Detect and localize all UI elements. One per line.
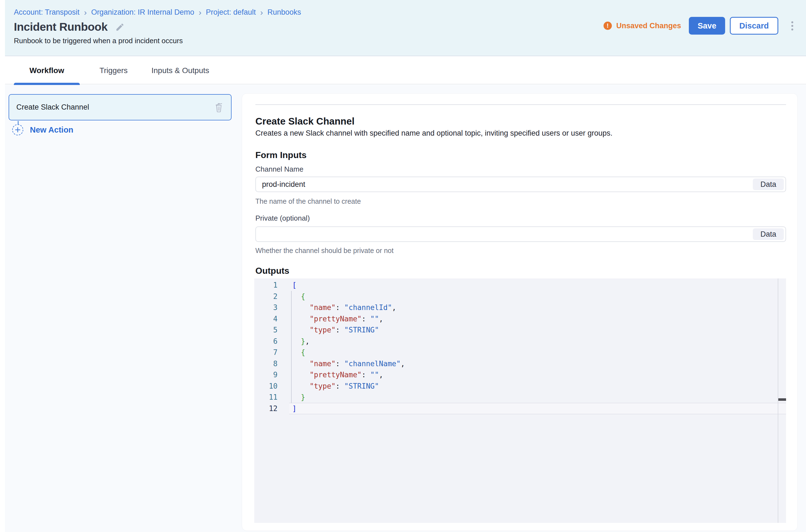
code-token: }: [301, 337, 305, 345]
workflow-step-label: Create Slack Channel: [16, 103, 210, 112]
code-token: "": [370, 370, 379, 379]
code-token: [292, 315, 310, 323]
code-token: "type": [310, 382, 336, 390]
code-line: 7 {: [254, 347, 786, 358]
tab-workflow[interactable]: Workflow: [14, 57, 80, 84]
code-line: 9 "prettyName": "",: [254, 369, 786, 381]
code-editor-lines: 1[2 {3 "name": "channelId",4 "prettyName…: [254, 280, 786, 414]
outputs-heading: Outputs: [255, 266, 290, 276]
tab-triggers[interactable]: Triggers: [89, 57, 139, 84]
code-line: 10 "type": "STRING": [254, 381, 786, 392]
outputs-code-editor[interactable]: 1[2 {3 "name": "channelId",4 "prettyName…: [254, 279, 786, 523]
code-token: :: [336, 326, 344, 334]
code-text: "type": "STRING": [277, 324, 379, 336]
tab-bar: Workflow Triggers Inputs & Outputs: [0, 57, 806, 84]
code-token: [292, 326, 310, 334]
window-left-gutter: [0, 0, 5, 532]
code-token: "STRING": [344, 326, 379, 334]
code-token: ,: [305, 337, 310, 345]
channel-name-data-button[interactable]: Data: [753, 178, 784, 190]
code-token: ,: [401, 360, 405, 368]
code-token: "name": [310, 303, 336, 312]
code-text: "prettyName": "",: [277, 314, 383, 325]
code-text: [: [277, 280, 297, 291]
code-token: "name": [310, 360, 336, 368]
page-title: Incident Runbook: [14, 20, 108, 34]
chevron-right-icon: ›: [259, 8, 263, 16]
private-input-wrap: Data: [255, 226, 786, 242]
plus-icon: [12, 124, 23, 135]
code-token: :: [362, 370, 370, 379]
line-number: 10: [254, 381, 277, 392]
line-number: 2: [254, 291, 277, 302]
breadcrumb-account-link[interactable]: Account: Transposit: [14, 8, 79, 17]
code-line: 11 }: [254, 392, 786, 403]
warning-icon: !: [604, 22, 612, 30]
code-line: 8 "name": "channelName",: [254, 358, 786, 369]
line-number: 8: [254, 358, 277, 369]
code-token: {: [301, 292, 305, 301]
private-input[interactable]: [256, 227, 786, 241]
code-text: }: [277, 392, 305, 403]
code-text: "name": "channelId",: [277, 302, 396, 314]
code-token: "prettyName": [310, 370, 362, 379]
private-data-button[interactable]: Data: [753, 228, 784, 240]
channel-name-label: Channel Name: [255, 165, 303, 174]
line-number: 11: [254, 392, 277, 403]
line-number: 6: [254, 336, 277, 347]
channel-name-input-wrap: Data: [255, 176, 786, 192]
new-action-button[interactable]: New Action: [12, 124, 73, 135]
action-title: Create Slack Channel: [255, 116, 354, 127]
new-action-label: New Action: [30, 126, 73, 134]
code-token: [292, 292, 301, 301]
code-token: "type": [310, 326, 336, 334]
code-token: [292, 370, 310, 379]
code-line: 1[: [254, 280, 786, 291]
code-token: "STRING": [344, 382, 379, 390]
code-text: {: [277, 291, 305, 302]
private-label: Private (optional): [255, 214, 310, 223]
code-text: "name": "channelName",: [277, 358, 405, 369]
line-number: 4: [254, 314, 277, 325]
line-number: 12: [254, 403, 277, 414]
code-text: "type": "STRING": [277, 381, 379, 392]
code-token: [292, 337, 301, 345]
breadcrumb-project-link[interactable]: Project: default: [206, 8, 256, 17]
code-token: [292, 360, 310, 368]
editor-scrollbar-thumb[interactable]: [778, 398, 786, 401]
unsaved-changes-label: Unsaved Changes: [616, 22, 681, 30]
chevron-right-icon: ›: [198, 8, 202, 16]
discard-button[interactable]: Discard: [730, 17, 778, 35]
form-inputs-heading: Form Inputs: [255, 150, 307, 160]
breadcrumb-runbooks-link[interactable]: Runbooks: [267, 8, 301, 17]
code-token: [292, 303, 310, 312]
code-line: 12]: [254, 403, 786, 414]
more-options-kebab-icon[interactable]: [787, 17, 798, 35]
code-token: :: [336, 360, 344, 368]
code-line: 5 "type": "STRING": [254, 324, 786, 336]
code-line: 2 {: [254, 291, 786, 302]
line-number: 3: [254, 302, 277, 314]
delete-step-trash-icon[interactable]: [210, 99, 227, 116]
channel-name-input[interactable]: [256, 177, 786, 192]
header: Account: Transposit › Organization: IR I…: [0, 0, 806, 56]
edit-title-pencil-icon[interactable]: [115, 22, 125, 32]
tab-inputs-outputs[interactable]: Inputs & Outputs: [144, 57, 217, 84]
code-text: },: [277, 336, 310, 347]
breadcrumb-organization-link[interactable]: Organization: IR Internal Demo: [91, 8, 194, 17]
code-token: {: [301, 348, 305, 357]
code-token: "channelName": [344, 360, 401, 368]
line-number: 7: [254, 347, 277, 358]
code-token: :: [336, 382, 344, 390]
code-token: ,: [379, 315, 383, 323]
workflow-step-card[interactable]: Create Slack Channel: [8, 94, 232, 120]
unsaved-changes-status: ! Unsaved Changes: [604, 22, 681, 30]
code-token: [292, 393, 301, 401]
save-button[interactable]: Save: [689, 17, 725, 35]
breadcrumb: Account: Transposit › Organization: IR I…: [14, 8, 301, 17]
code-line: 4 "prettyName": "",: [254, 314, 786, 325]
code-token: :: [362, 315, 370, 323]
line-number: 9: [254, 369, 277, 381]
code-token: "channelId": [344, 303, 392, 312]
code-token: ]: [292, 404, 297, 413]
